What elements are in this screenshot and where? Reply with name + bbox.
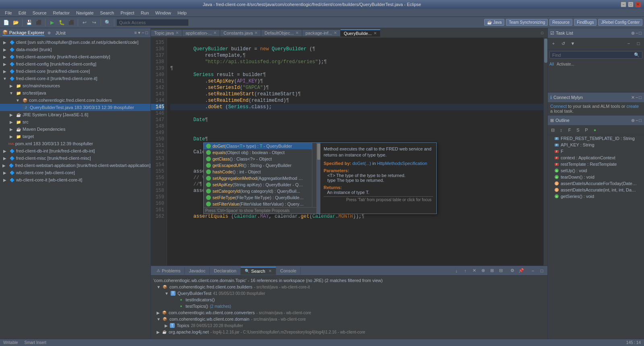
new-button[interactable]: 📄 — [2, 18, 10, 27]
menu-file[interactable]: File — [2, 10, 15, 16]
ac-item-equals[interactable]: equals(Object obj) : boolean - Object — [204, 149, 312, 156]
tree-item-db-int[interactable]: ▶ 🔷 fred-client-db-int [trunk/fred-clien… — [0, 147, 151, 154]
add-task-button[interactable]: + — [549, 39, 557, 47]
outline-item-setUp[interactable]: m setUp() : void — [548, 167, 644, 174]
tree-item-querybuildertest[interactable]: J QueryBuilderTest.java 183 30/03/13 12:… — [0, 104, 151, 111]
ac-item-setFileType[interactable]: setFileType(FileType fileType) : QueryBu… — [204, 194, 312, 201]
close-tab-icon[interactable]: ✕ — [295, 31, 299, 35]
search-next-button[interactable]: ↓ — [452, 267, 460, 275]
ac-item-getClass[interactable]: getClass() : Class<?> - Object — [204, 156, 312, 162]
outline-collapse-all[interactable]: ⊟ — [549, 126, 557, 134]
expand-icon[interactable]: ▼ — [165, 291, 169, 296]
tree-item-fred-core[interactable]: ▶ 🔷 fred-client-core [trunk/fred-client-… — [0, 68, 151, 75]
tree-item-fred-config[interactable]: ▶ 🔷 fred-client-config [trunk/fred-clien… — [0, 60, 151, 68]
findbugs-perspective[interactable]: FindBugs — [574, 19, 597, 26]
menu-search[interactable]: Search — [97, 10, 118, 16]
tab-constants[interactable]: Constants.java ✕ — [220, 30, 261, 36]
specified-by-link[interactable]: doGet(...) — [353, 161, 371, 166]
ac-item-setAggregation[interactable]: setAggregationMethod(AggregationMethod a… — [204, 175, 312, 181]
tree-item-package[interactable]: ▼ 📦 com.coherentlogic.fred.client.core.b… — [0, 97, 151, 104]
expand-icon[interactable]: ▼ — [157, 317, 161, 321]
outline-item-getSeries[interactable]: m getSeries() : void — [548, 193, 644, 200]
close-mylyn-icon[interactable]: ✕ — [631, 95, 635, 100]
ac-item-setApiKey[interactable]: setApiKey(String apiKey) : QueryBuilder … — [204, 181, 312, 188]
tree-item-target[interactable]: ▶ 📁 target — [0, 133, 151, 140]
minimize-mylyn-icon[interactable]: − — [636, 95, 638, 100]
ac-item-doGet[interactable]: doGet(Class<T> type) : T - QueryBuilder — [204, 143, 312, 149]
close-tab-icon[interactable]: ✕ — [334, 31, 337, 35]
maximize-bottom-button[interactable]: □ — [538, 267, 546, 275]
redo-button[interactable]: ↪ — [90, 18, 99, 27]
outline-fields[interactable]: F — [566, 126, 574, 134]
search-toolbar-button[interactable]: 🔍 — [103, 18, 112, 27]
tree-item-fred-core-it[interactable]: ▼ 🔷 fred-client-core-it [trunk/fred-clie… — [0, 75, 151, 82]
ac-item-setCategoryId[interactable]: setCategoryId(long categoryId) : QueryBu… — [204, 188, 312, 194]
ac-item-getEscapedURI[interactable]: getEscapedURI() : String - QueryBuilder — [204, 162, 312, 169]
tab-topic[interactable]: Topic.java ✕ — [151, 30, 182, 36]
outline-item-fred-rest-template-id[interactable]: F FRED_REST_TEMPLATE_ID : String — [548, 135, 644, 142]
ac-item-hashCode[interactable]: hashCode() : int - Object — [204, 169, 312, 175]
outline-item-tearDown[interactable]: m tearDown() : void — [548, 174, 644, 180]
tab-defaultobject[interactable]: DefaultObjec... ✕ — [261, 30, 302, 36]
minimize-outline-icon[interactable]: − — [636, 118, 638, 123]
search-result-querybuildertest[interactable]: ▼ T QueryBuilderTest 41 05/05/13 00:00 t… — [153, 290, 545, 297]
outline-item-assertDateIsAccurate[interactable]: S assertDateIsAccurate(int, int, int, Da… — [548, 187, 644, 193]
task-filter-button[interactable]: ▼ — [569, 39, 577, 47]
task-minimize-button[interactable]: − — [625, 39, 633, 47]
outline-sync[interactable]: ● — [591, 126, 599, 134]
java-perspective[interactable]: ☕ Java — [484, 19, 504, 26]
minimize-tasklist-icon[interactable]: − — [636, 31, 638, 36]
outline-sort[interactable]: ↕ — [557, 126, 565, 134]
tab-javadoc[interactable]: Javadoc — [185, 267, 210, 274]
run-button[interactable]: ▶ — [47, 18, 56, 27]
interface-link[interactable]: HttpMethodsSpecification — [377, 161, 427, 166]
tree-item-fred-assembly[interactable]: ▶ 🔷 fred-client-assembly [trunk/fred-cli… — [0, 53, 151, 60]
expand-icon[interactable]: ▶ — [157, 330, 160, 334]
tree-item-src-main-res[interactable]: ▶ 📁 src/main/resources — [0, 82, 151, 89]
expand-all-button[interactable]: ⊞ — [488, 267, 496, 275]
menu-window[interactable]: Window — [152, 10, 174, 16]
ac-item-setFilterValue[interactable]: setFilterValue(FilterValue filterValue) … — [204, 201, 312, 207]
tab-search[interactable]: 🔍 Search ✕ — [241, 267, 276, 275]
tree-item-misc[interactable]: ▶ 🔷 fred-client-misc [trunk/fred-client-… — [0, 154, 151, 162]
search-result-Topics[interactable]: ▶ T Topics 28 04/05/13 20:28 thospfuller — [153, 322, 545, 329]
menu-help[interactable]: Help — [174, 10, 190, 16]
minimize-button[interactable]: − — [621, 2, 626, 7]
tree-item-data-model[interactable]: ▶ 🔷 data-model [trunk] — [0, 46, 151, 53]
task-maximize-button[interactable]: □ — [634, 39, 642, 47]
jrebel-perspective[interactable]: JRebel Config Center — [598, 19, 642, 26]
menu-refactor[interactable]: Refactor — [50, 10, 73, 16]
tab-querybuilder[interactable]: QueryBuilde... ✕ — [341, 29, 380, 37]
tree-item-webstart[interactable]: ▶ 🔷 fred-client-webstart-application [tr… — [0, 162, 151, 169]
ac-scrollbar[interactable] — [316, 143, 320, 214]
search-result-log4j[interactable]: ▶ ☕ org.apache.log4j.net - log4j-1.2.16.… — [153, 329, 545, 335]
close-tasklist-icon[interactable]: ⊗ — [631, 31, 635, 36]
maximize-tasklist-icon[interactable]: □ — [639, 31, 642, 36]
tab-application[interactable]: application-... ✕ — [182, 30, 220, 36]
menu-edit[interactable]: Edit — [15, 10, 29, 16]
expand-icon[interactable]: ▼ — [157, 285, 161, 289]
tab-problems[interactable]: ⚠ Problems — [153, 267, 185, 274]
team-sync-perspective[interactable]: Team Synchronizing — [506, 19, 548, 26]
outline-item-api-key[interactable]: F API_KEY : String — [548, 142, 644, 148]
tab-package-explorer[interactable]: 📦 Package Explorer — [2, 30, 44, 36]
all-link[interactable]: All — [549, 62, 554, 66]
outline-item-assertDateIsAccurateForToday[interactable]: S assertDateIsAccurateForToday(Date) : v… — [548, 180, 644, 187]
maximize-mylyn-icon[interactable]: □ — [639, 95, 642, 100]
menu-run[interactable]: Run — [138, 10, 152, 16]
collapse-all-button[interactable]: ⊟ — [497, 267, 505, 275]
create-link[interactable]: create — [627, 104, 639, 109]
tab-console[interactable]: Console — [276, 267, 301, 274]
outline-item-restTemplate[interactable]: F restTemplate : RestTemplate — [548, 161, 644, 167]
save-all-button[interactable]: ⬛ — [34, 18, 43, 27]
search-result-testIndicators[interactable]: ● testIndicators() — [153, 297, 545, 303]
search-result-builders[interactable]: ▼ 📦 com.coherentlogic.fred.client.core.b… — [153, 284, 545, 290]
close-tab-icon[interactable]: ✕ — [374, 31, 377, 35]
tree-item-wb-core-it[interactable]: ▶ 🔷 wb-client-core-it [wb-client-core-it… — [0, 176, 151, 183]
search-prev-button[interactable]: ↑ — [461, 267, 469, 275]
tree-item-client[interactable]: ▶ 🔷 client [svn ssh://thospfuller@svn.co… — [0, 39, 151, 46]
menu-navigate[interactable]: Navigate — [73, 10, 97, 16]
outline-non-public[interactable]: P — [582, 126, 590, 134]
remove-all-button[interactable]: ⊗ — [479, 267, 487, 275]
maximize-panel-icon[interactable]: □ — [145, 30, 148, 35]
